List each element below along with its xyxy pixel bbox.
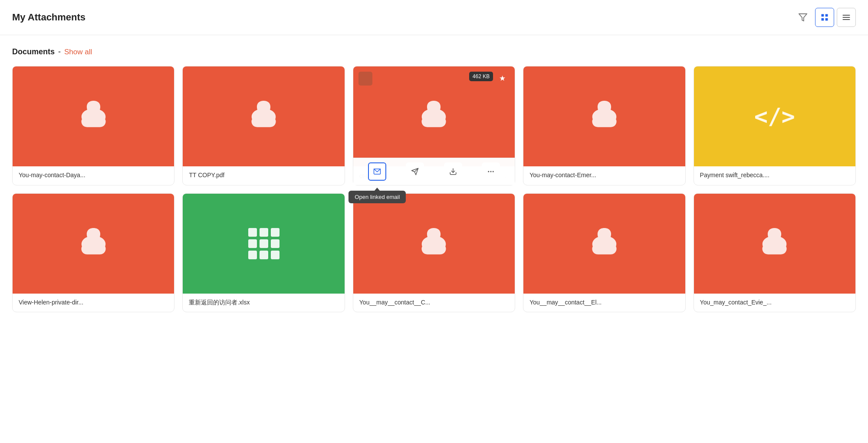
card-name-4: You-may-contact-Emer...: [529, 172, 596, 179]
header-actions: [793, 8, 856, 27]
card-name-6: View-Helen-private-dir...: [19, 299, 83, 306]
section-title: Documents: [12, 47, 55, 56]
app-container: My Attachments Documents -: [0, 0, 868, 324]
grid-view-button[interactable]: [815, 8, 834, 27]
size-badge: 462 KB: [469, 72, 493, 81]
document-card-2[interactable]: TT COPY.pdf: [182, 66, 345, 185]
hover-action-bar: Open linked email: [353, 158, 515, 185]
svg-rect-3: [822, 18, 824, 21]
show-all-link[interactable]: Show all: [64, 48, 92, 56]
filter-button[interactable]: [793, 8, 812, 27]
document-card-7[interactable]: 重新返回的访问者.xlsx: [182, 193, 345, 312]
more-icon: [487, 168, 495, 175]
more-button[interactable]: [482, 162, 500, 181]
email-button[interactable]: [368, 162, 386, 181]
pdf-icon: [76, 97, 111, 136]
card-thumbnail-1: [13, 66, 174, 166]
card-thumbnail-8: [353, 194, 515, 294]
send-icon: [411, 168, 419, 175]
document-card-6[interactable]: View-Helen-private-dir...: [12, 193, 174, 312]
document-card-10[interactable]: You_may_contact_Evie_...: [694, 193, 856, 312]
documents-grid-row2: View-Helen-private-dir...: [12, 193, 856, 312]
download-icon: [449, 168, 457, 175]
document-card-5[interactable]: </> Payment swift_rebecca....: [694, 66, 856, 185]
download-button[interactable]: [444, 162, 462, 181]
svg-rect-2: [825, 14, 828, 17]
grid-table-icon: [248, 228, 279, 259]
card-name-1: You-may-contact-Daya...: [19, 172, 85, 179]
card-thumbnail-2: [183, 66, 344, 166]
svg-point-13: [490, 171, 491, 172]
card-name-5: Payment swift_rebecca....: [700, 172, 769, 179]
card-thumbnail-6: [13, 194, 174, 294]
page-title: My Attachments: [12, 12, 85, 23]
card-footer-1: You-may-contact-Daya...: [13, 166, 174, 184]
code-icon: </>: [754, 103, 795, 129]
pdf-icon-9: [587, 224, 621, 263]
pdf-icon-2: [247, 97, 281, 136]
card-footer-4: You-may-contact-Emer...: [523, 166, 685, 184]
document-card-1[interactable]: You-may-contact-Daya...: [12, 66, 174, 185]
card-footer-8: You__may__contact__C...: [353, 294, 515, 311]
list-view-icon: [842, 13, 851, 22]
card-thumbnail-7: [183, 194, 344, 294]
svg-rect-4: [825, 18, 828, 21]
card-name-2: TT COPY.pdf: [189, 172, 224, 179]
card-name-8: You__may__contact__C...: [359, 299, 431, 306]
card-footer-10: You_may_contact_Evie_...: [694, 294, 855, 311]
pdf-icon-10: [757, 224, 792, 263]
filter-icon: [798, 13, 808, 22]
email-icon: [373, 168, 381, 175]
svg-point-12: [488, 171, 489, 172]
card-footer-7: 重新返回的访问者.xlsx: [183, 294, 344, 312]
star-badge: ★: [495, 71, 510, 86]
pdf-icon-3: [417, 97, 451, 136]
card-name-7: 重新返回的访问者.xlsx: [189, 299, 250, 307]
card-footer-6: View-Helen-private-dir...: [13, 294, 174, 311]
header: My Attachments: [0, 0, 868, 35]
card-thumbnail-4: [523, 66, 685, 166]
pdf-icon-4: [587, 97, 621, 136]
pdf-icon-6: [76, 224, 111, 263]
document-card-9[interactable]: You__may__contact__El...: [523, 193, 685, 312]
svg-point-14: [492, 171, 493, 172]
card-footer-5: Payment swift_rebecca....: [694, 166, 855, 184]
svg-rect-1: [822, 14, 824, 17]
section-header: Documents - Show all: [12, 47, 856, 56]
documents-grid-row1: You-may-contact-Daya... TT COPY.pdf: [12, 66, 856, 185]
card-footer-9: You__may__contact__El...: [523, 294, 685, 311]
document-card-4[interactable]: You-may-contact-Emer...: [523, 66, 685, 185]
color-swatch: [358, 72, 372, 86]
send-button[interactable]: [406, 162, 424, 181]
card-thumbnail-10: [694, 194, 855, 294]
pdf-icon-8: [417, 224, 451, 263]
content-area: Documents - Show all You-may-contact-Day…: [0, 35, 868, 324]
card-name-9: You__may__contact__El...: [529, 299, 602, 306]
svg-marker-0: [799, 14, 807, 21]
card-footer-2: TT COPY.pdf: [183, 166, 344, 184]
list-view-button[interactable]: [837, 8, 856, 27]
card-name-10: You_may_contact_Evie_...: [700, 299, 772, 306]
card-thumbnail-9: [523, 194, 685, 294]
grid-view-icon: [820, 13, 829, 22]
document-card-3[interactable]: 462 KB ★: [353, 66, 515, 185]
card-thumbnail-3: 462 KB ★: [353, 66, 515, 166]
document-card-8[interactable]: You__may__contact__C...: [353, 193, 515, 312]
card-thumbnail-5: </>: [694, 66, 855, 166]
section-dash: -: [58, 47, 61, 56]
